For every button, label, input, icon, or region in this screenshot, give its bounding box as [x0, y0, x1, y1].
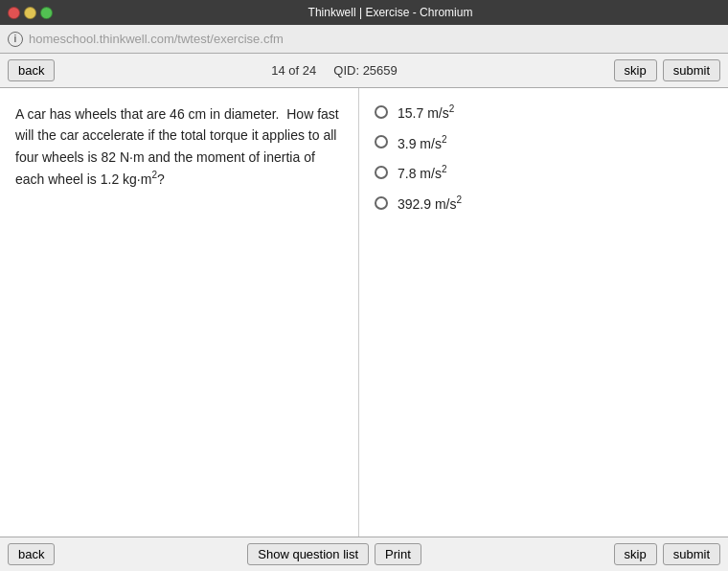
- radio-button-1[interactable]: [375, 105, 388, 119]
- back-button-top[interactable]: back: [8, 59, 55, 81]
- bottom-center-buttons: Show question list Print: [62, 543, 605, 565]
- url-base: homeschool.thinkwell.com: [29, 32, 174, 46]
- window-controls[interactable]: [8, 7, 53, 19]
- progress-text: 14 of 24: [271, 63, 316, 78]
- address-bar: i homeschool.thinkwell.com/twtest/exerci…: [0, 25, 728, 54]
- answer-option-1[interactable]: 15.7 m/s2: [375, 103, 713, 121]
- answer-text-1: 15.7 m/s2: [398, 103, 454, 121]
- qid-text: QID: 25659: [333, 63, 398, 78]
- answer-option-3[interactable]: 7.8 m/s2: [375, 164, 713, 181]
- main-content: A car has wheels that are 46 cm in diame…: [0, 88, 728, 537]
- minimize-button[interactable]: [24, 7, 36, 19]
- answer-text-3: 7.8 m/s2: [398, 164, 446, 181]
- top-toolbar: back 14 of 24 QID: 25659 skip submit: [0, 54, 728, 88]
- submit-button-top[interactable]: submit: [663, 59, 720, 81]
- skip-button-bottom[interactable]: skip: [614, 543, 657, 565]
- question-text: A car has wheels that are 46 cm in diame…: [15, 103, 343, 190]
- close-button[interactable]: [8, 7, 20, 19]
- skip-button-top[interactable]: skip: [614, 59, 657, 81]
- progress-display: 14 of 24 QID: 25659: [62, 63, 605, 78]
- answer-text-4: 392.9 m/s2: [398, 194, 462, 212]
- radio-button-2[interactable]: [375, 135, 388, 148]
- maximize-button[interactable]: [40, 7, 53, 19]
- answer-option-4[interactable]: 392.9 m/s2: [375, 194, 713, 212]
- back-button-bottom[interactable]: back: [8, 543, 55, 565]
- window-title: Thinkwell | Exercise - Chromium: [60, 6, 720, 19]
- url-display: homeschool.thinkwell.com/twtest/exercise…: [29, 32, 284, 46]
- radio-button-4[interactable]: [375, 196, 388, 210]
- print-button[interactable]: Print: [375, 543, 421, 565]
- bottom-toolbar: back Show question list Print skip submi…: [0, 537, 728, 571]
- submit-button-bottom[interactable]: submit: [663, 543, 720, 565]
- toolbar-right-buttons: skip submit: [614, 59, 720, 81]
- answer-text-2: 3.9 m/s2: [398, 134, 446, 151]
- radio-button-3[interactable]: [375, 166, 388, 179]
- info-icon: i: [8, 32, 23, 47]
- answer-option-2[interactable]: 3.9 m/s2: [375, 134, 713, 151]
- question-panel: A car has wheels that are 46 cm in diame…: [0, 88, 359, 537]
- bottom-right-buttons: skip submit: [614, 543, 720, 565]
- title-bar: Thinkwell | Exercise - Chromium: [0, 0, 728, 25]
- url-path: /twtest/exercise.cfm: [174, 32, 284, 46]
- show-questions-button[interactable]: Show question list: [247, 543, 369, 565]
- answer-panel: 15.7 m/s2 3.9 m/s2 7.8 m/s2 392.9 m/s2: [359, 88, 728, 537]
